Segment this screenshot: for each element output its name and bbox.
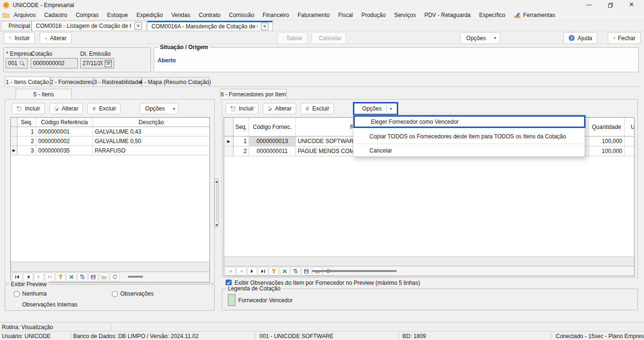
itens-opcoes-button[interactable]: Opções ▼: [140, 103, 178, 114]
fornecedores-alterar-button[interactable]: Alterar: [263, 103, 296, 114]
table-row-selected[interactable]: ▶ 3 0000000035 PARAFUSO: [11, 146, 209, 155]
menu-item-copiar-fornecedores[interactable]: Copiar TODOS os Fornecedores deste Item …: [353, 129, 602, 143]
tab-principal[interactable]: Principal: [1, 21, 32, 31]
alterar-button[interactable]: Alterar: [40, 32, 72, 44]
fornecedores-opcoes-button[interactable]: Opções ▼: [353, 102, 398, 115]
nav-refresh-button[interactable]: [110, 272, 120, 281]
menu-item-comissao[interactable]: Comissão: [225, 12, 258, 18]
nav-export-excel-button[interactable]: [67, 272, 76, 281]
cell-seq[interactable]: 3: [17, 146, 36, 155]
nav-columns-button[interactable]: [77, 272, 87, 281]
splitter-collapse-icon[interactable]: ◀: [215, 223, 217, 226]
col-unidade-truncated[interactable]: U: [625, 118, 634, 136]
nav-filter-button[interactable]: [56, 272, 66, 281]
cell-descricao[interactable]: GALVALUME 0,43: [93, 127, 209, 136]
tab-mapa[interactable]: 4 - Mapa (Resumo Cotação): [142, 77, 209, 87]
current-row-marker-icon[interactable]: ▶: [11, 146, 17, 155]
menu-item-ferramentas[interactable]: Ferramentas: [510, 12, 560, 18]
menu-item-vendas[interactable]: Vendas: [167, 12, 194, 18]
current-row-marker-icon[interactable]: ▶: [224, 136, 234, 146]
radio-nenhuma-label[interactable]: Nenhuma: [22, 290, 47, 297]
nav-export-excel-button[interactable]: [280, 267, 290, 276]
minimize-button[interactable]: —: [578, 0, 600, 10]
ajuda-button[interactable]: ? Ajuda: [563, 32, 597, 44]
radio-nenhuma[interactable]: [14, 291, 20, 297]
tab-com0016a-close-icon[interactable]: ✕: [261, 23, 268, 30]
fornecedores-excluir-button[interactable]: Excluir: [301, 103, 334, 114]
nav-next-button[interactable]: [247, 267, 257, 276]
col-descricao[interactable]: Descrição: [93, 118, 209, 127]
cotacao-field[interactable]: 0000000002: [31, 58, 78, 68]
table-row[interactable]: 2 0000000002 GALVALUME 0,50: [11, 136, 209, 146]
tab-fornecedores[interactable]: 2 - Fornecedores: [50, 77, 93, 87]
opcoes-toolbar-button[interactable]: Opções ▼: [460, 32, 500, 44]
col-seq[interactable]: Seq.: [17, 118, 36, 127]
cell-descricao[interactable]: PARAFUSO: [93, 146, 209, 155]
row-selector[interactable]: [224, 146, 234, 156]
menu-item-estoque[interactable]: Estoque: [103, 12, 132, 18]
tab-itens-cotacao[interactable]: 1 - Itens Cotação: [5, 76, 50, 87]
nav-prev-button[interactable]: [236, 267, 246, 276]
close-button[interactable]: ✕: [621, 0, 642, 10]
nav-columns-button[interactable]: [291, 267, 301, 276]
nav-first-button[interactable]: [226, 267, 235, 276]
col-codigo-referencia[interactable]: Código Referência: [36, 118, 93, 127]
empresa-field[interactable]: 001: [6, 58, 28, 68]
tab-5-itens[interactable]: 5 - Itens: [16, 89, 72, 100]
nav-prev-button[interactable]: [23, 272, 33, 281]
menu-item-financeiro[interactable]: Financeiro: [259, 12, 293, 18]
radio-observacoes-label[interactable]: Observações: [120, 290, 154, 297]
calendar-icon[interactable]: 15: [105, 60, 112, 67]
nav-load-layout-button[interactable]: [99, 272, 109, 281]
row-selector[interactable]: [11, 136, 17, 145]
col-seq[interactable]: Seq.: [234, 118, 249, 136]
cell-codigo[interactable]: 0000000035: [36, 146, 93, 155]
cell-unidade[interactable]: [625, 146, 634, 156]
menu-item-contrato[interactable]: Contrato: [194, 12, 225, 18]
nav-save-layout-button[interactable]: [301, 267, 311, 276]
cancelar-button[interactable]: Cancelar: [311, 32, 346, 44]
incluir-button[interactable]: Incluir: [4, 32, 35, 44]
cell-seq[interactable]: 2: [234, 146, 249, 156]
chevron-down-icon[interactable]: ▼: [389, 107, 393, 110]
cell-codigo[interactable]: 0000000002: [36, 136, 93, 145]
restore-button[interactable]: [600, 0, 621, 10]
table-row[interactable]: 1 0000000001 GALVALUME 0,43: [11, 127, 209, 136]
splitter-collapse-icon[interactable]: ◀: [215, 180, 217, 183]
chevron-down-icon[interactable]: ▼: [172, 107, 176, 110]
tab-rastreabilidade[interactable]: 3 - Rastreabilidade: [93, 77, 142, 87]
menu-item-arquivos[interactable]: Arquivos: [9, 12, 40, 18]
panel-splitter[interactable]: ◀ ◀: [214, 178, 218, 228]
chevron-down-icon[interactable]: ▼: [493, 36, 497, 40]
tab-com0016-close-icon[interactable]: ✕: [134, 22, 142, 30]
row-selector[interactable]: [11, 127, 17, 136]
cell-unidade[interactable]: [625, 136, 634, 146]
cell-codigo[interactable]: 0000000011: [249, 146, 296, 156]
cell-descricao[interactable]: GALVALUME 0,50: [93, 136, 209, 145]
menu-item-faturamento[interactable]: Faturamento: [293, 12, 334, 18]
nav-last-button[interactable]: [45, 272, 55, 281]
itens-excluir-button[interactable]: Excluir: [87, 103, 121, 114]
menu-item-producao[interactable]: Produção: [357, 12, 390, 18]
menu-item-compras[interactable]: Compras: [71, 12, 103, 18]
itens-alterar-button[interactable]: Alterar: [50, 103, 83, 114]
radio-observacoes-internas-label[interactable]: Observações Internas: [22, 301, 77, 308]
radio-observacoes[interactable]: [112, 291, 118, 297]
tab-com0016[interactable]: COM0016 - Listagem de Cotação de Compras…: [32, 21, 146, 31]
menu-item-eleger-vencedor[interactable]: Eleger Fornecedor como Vencedor: [353, 115, 585, 128]
col-codigo-fornec[interactable]: Código Fornec.: [249, 118, 296, 136]
cell-codigo-selected[interactable]: 0000000013: [249, 136, 296, 146]
nav-next-button[interactable]: [34, 272, 44, 281]
tab-6-fornecedores-por-item[interactable]: 6 - Fornecedores por Item: [220, 89, 287, 100]
menu-item-fiscal[interactable]: Fiscal: [334, 12, 357, 18]
cell-seq[interactable]: 1: [17, 127, 36, 136]
menu-item-pdv-retaguarda[interactable]: PDV - Retaguarda: [420, 12, 475, 18]
cell-seq[interactable]: 1: [234, 136, 249, 146]
cell-seq[interactable]: 2: [17, 136, 36, 145]
horizontal-scrollbar[interactable]: [128, 276, 143, 278]
menu-item-cancelar[interactable]: Cancelar: [353, 144, 602, 157]
salvar-button[interactable]: Salvar: [277, 32, 308, 44]
tab-com0016a[interactable]: COM0016A - Manutenção de Cotação de Comp…: [147, 21, 273, 31]
menu-item-servicos[interactable]: Serviços: [390, 12, 420, 18]
cell-codigo[interactable]: 0000000001: [36, 127, 93, 136]
